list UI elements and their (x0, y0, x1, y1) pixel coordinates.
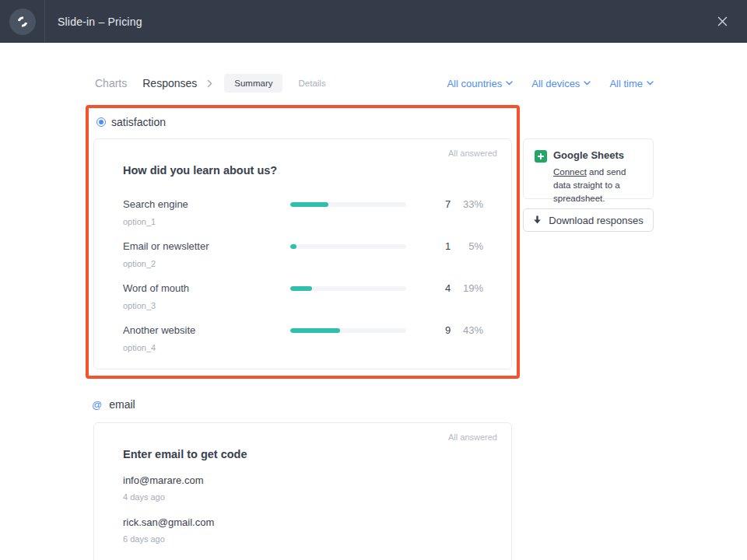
email-timestamp: 4 days ago (123, 492, 483, 502)
option-label: Search engine (123, 198, 290, 211)
email-timestamp: 6 days ago (123, 534, 483, 544)
option-rows: Search engine option_1 7 33% Email or ne… (94, 177, 511, 353)
filter-countries-label: All countries (447, 78, 502, 89)
window-title: Slide-in – Pricing (58, 0, 142, 43)
option-row: Email or newsletter option_2 1 5% (123, 240, 483, 269)
filter-devices[interactable]: All devices (531, 78, 591, 89)
field-name: satisfaction (111, 116, 166, 128)
option-percent: 5% (451, 240, 483, 253)
chevron-down-icon (584, 81, 591, 86)
field-name: email (109, 398, 135, 411)
email-entries: info@marare.com 4 days ago rick.san@gmai… (94, 460, 511, 544)
option-label: Word of mouth (123, 282, 290, 295)
google-sheets-text: Connect and send data straight to a spre… (553, 166, 644, 205)
chevron-down-icon (506, 81, 513, 86)
option-key: option_2 (123, 259, 290, 268)
response-bar (290, 328, 406, 333)
email-card: All answered Enter email to get code inf… (93, 422, 512, 560)
filter-devices-label: All devices (531, 78, 580, 89)
chevron-down-icon (647, 81, 654, 86)
at-sign-icon: @ (92, 400, 102, 410)
download-icon (533, 215, 542, 225)
google-sheets-title: Google Sheets (553, 149, 644, 161)
option-label: Another website (123, 324, 290, 337)
nav-item-charts[interactable]: Charts (95, 77, 127, 89)
option-key: option_4 (123, 343, 290, 352)
topbar: Slide-in – Pricing (0, 0, 747, 43)
answered-badge: All answered (448, 149, 497, 158)
filter-countries[interactable]: All countries (447, 78, 513, 89)
option-label: Email or newsletter (123, 240, 290, 253)
google-sheets-icon (535, 150, 547, 163)
filter-time-label: All time (609, 78, 643, 89)
email-entry: info@marare.com 4 days ago (123, 474, 483, 502)
option-row: Search engine option_1 7 33% (123, 198, 483, 227)
response-bar (290, 286, 406, 291)
app-window: Slide-in – Pricing Charts Responses Summ… (0, 0, 747, 560)
response-bar-fill (290, 286, 312, 291)
option-count: 7 (406, 198, 451, 211)
tab-details[interactable]: Details (298, 79, 325, 88)
filter-time[interactable]: All time (609, 78, 654, 89)
close-icon[interactable] (710, 0, 735, 43)
option-percent: 33% (451, 198, 483, 211)
response-bar-fill (290, 202, 328, 207)
answered-badge: All answered (448, 432, 497, 442)
response-bar (290, 202, 406, 207)
option-key: option_3 (123, 301, 290, 310)
option-row: Another website option_4 9 43% (123, 324, 483, 353)
satisfaction-field-head: satisfaction (96, 114, 517, 130)
response-bar-fill (290, 328, 340, 333)
option-percent: 19% (451, 282, 483, 295)
download-label: Download responses (549, 215, 643, 226)
nav-row: Charts Responses Summary Details All cou… (95, 73, 654, 93)
app-logo-icon (9, 9, 36, 35)
google-sheets-card: Google Sheets Connect and send data stra… (523, 138, 654, 199)
response-bar-fill (290, 244, 296, 249)
option-count: 4 (406, 282, 451, 295)
filters: All countries All devices All time (447, 78, 654, 89)
breadcrumb-chevron-icon (207, 79, 212, 88)
email-entry: rick.san@gmail.com 6 days ago (123, 516, 483, 544)
satisfaction-card: All answered How did you learn about us?… (93, 138, 512, 369)
question-title: Enter email to get code (94, 423, 511, 460)
radio-field-icon (96, 117, 106, 127)
response-bar (290, 244, 406, 249)
option-percent: 43% (451, 324, 483, 337)
connect-link[interactable]: Connect (553, 167, 587, 177)
email-field-head: @ email (92, 397, 135, 412)
option-key: option_1 (123, 217, 290, 226)
app-logo[interactable] (0, 0, 45, 43)
satisfaction-section: satisfaction All answered How did you le… (86, 105, 520, 379)
option-count: 9 (406, 324, 451, 337)
email-value: rick.san@gmail.com (123, 516, 483, 529)
option-count: 1 (406, 240, 451, 253)
download-responses-button[interactable]: Download responses (523, 208, 654, 232)
tab-summary[interactable]: Summary (224, 74, 282, 93)
question-title: How did you learn about us? (94, 139, 511, 177)
email-value: info@marare.com (123, 474, 483, 487)
option-row: Word of mouth option_3 4 19% (123, 282, 483, 311)
nav-item-responses[interactable]: Responses (142, 77, 197, 89)
